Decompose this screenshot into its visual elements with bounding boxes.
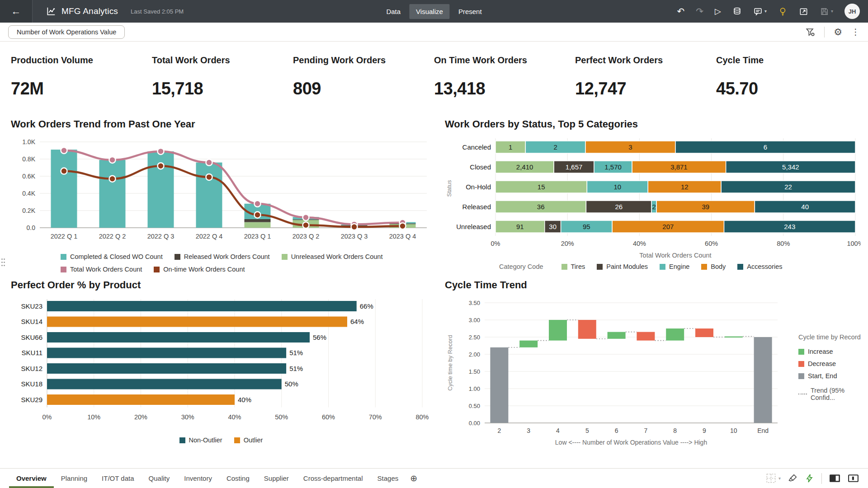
waterfall-bar[interactable]: [608, 332, 626, 339]
filter-pill-work-operations[interactable]: Number of Work Operations Value: [8, 25, 125, 39]
legend-item-trend[interactable]: Trend (95% Confid...: [798, 387, 868, 401]
bar[interactable]: [47, 363, 286, 374]
canvas-tab-quality[interactable]: Quality: [142, 469, 177, 488]
horizontal-bar-plot[interactable]: 0%10%20%30%40%50%60%70%80%SKU2366%SKU146…: [11, 296, 434, 431]
legend-item[interactable]: Increase: [798, 348, 868, 355]
panel-left-button[interactable]: [829, 474, 840, 483]
undo-button[interactable]: ↶: [677, 7, 685, 16]
line-point[interactable]: [206, 160, 212, 166]
line-point[interactable]: [303, 214, 309, 221]
line-point[interactable]: [351, 224, 358, 230]
bar[interactable]: [47, 348, 286, 358]
filter-settings-button[interactable]: [805, 27, 815, 37]
chart-perfect-order-pct[interactable]: Perfect Order % by Product 0%10%20%30%40…: [0, 273, 434, 452]
line-point[interactable]: [400, 223, 406, 229]
kpi-total-work-orders[interactable]: Total Work Orders 15,718: [152, 55, 293, 99]
line-point[interactable]: [303, 222, 309, 228]
comments-button[interactable]: ▾: [753, 7, 767, 16]
add-canvas-button[interactable]: ⊕: [410, 473, 417, 483]
waterfall-bar[interactable]: [754, 337, 772, 423]
canvas-tab-inventory[interactable]: Inventory: [177, 469, 219, 488]
style-brush-button[interactable]: [788, 474, 797, 483]
refresh-data-button[interactable]: [732, 7, 742, 16]
chart-work-orders-by-status[interactable]: Work Orders by Status, Top 5 Categories …: [434, 112, 868, 273]
tab-present[interactable]: Present: [452, 4, 489, 19]
kpi-perfect-work-orders[interactable]: Perfect Work Orders 12,747: [575, 55, 716, 99]
bar[interactable]: [47, 379, 282, 389]
user-avatar[interactable]: JH: [844, 4, 860, 19]
bar[interactable]: [47, 394, 235, 405]
waterfall-bar[interactable]: [490, 347, 508, 423]
legend-item[interactable]: Start, End: [798, 372, 868, 380]
bar-segment[interactable]: [51, 150, 77, 228]
line-point[interactable]: [255, 212, 261, 218]
legend-item[interactable]: Tires: [561, 263, 585, 270]
legend-item[interactable]: Decrease: [798, 360, 868, 367]
line-point[interactable]: [109, 176, 116, 182]
waterfall-bar[interactable]: [666, 328, 684, 341]
legend-item[interactable]: On-time Work Orders Count: [154, 266, 245, 273]
tab-data[interactable]: Data: [379, 4, 407, 19]
legend-item[interactable]: Unreleased Work Orders Count: [282, 253, 383, 260]
legend-item[interactable]: Total Work Orders Count: [61, 266, 142, 273]
kpi-pending-work-orders[interactable]: Pending Work Orders 809: [293, 55, 434, 99]
bar-segment[interactable]: [245, 222, 271, 228]
canvas-tab-cross-departmental[interactable]: Cross-departmental: [296, 469, 370, 488]
chart-work-orders-trend[interactable]: Work Orders Trend from Past One Year 0.0…: [0, 112, 434, 273]
bar[interactable]: [47, 332, 310, 343]
waterfall-bar[interactable]: [637, 332, 655, 341]
stacked-bar-plot[interactable]: 0%20%40%60%80%100%Total Work Orders Coun…: [445, 135, 868, 258]
bar-segment[interactable]: [196, 163, 222, 228]
kpi-on-time-work-orders[interactable]: On Time Work Orders 13,418: [434, 55, 575, 99]
save-button[interactable]: ▾: [820, 7, 833, 16]
kpi-cycle-time[interactable]: Cycle Time 45.70: [716, 55, 857, 99]
bar-segment[interactable]: [245, 219, 271, 222]
panel-drag-handle[interactable]: [1, 258, 6, 270]
line-point[interactable]: [206, 174, 212, 180]
combo-chart-plot[interactable]: 0.00.2K0.4K0.6K0.8K1.0K2022 Q 12022 Q 22…: [11, 135, 434, 248]
database-refresh-icon: [732, 7, 742, 16]
canvas-tab-costing[interactable]: Costing: [219, 469, 257, 488]
waterfall-bar[interactable]: [725, 336, 743, 338]
legend-item[interactable]: Accessories: [737, 263, 782, 270]
legend-item[interactable]: Engine: [660, 263, 689, 270]
line-point[interactable]: [61, 168, 67, 174]
legend-item[interactable]: Completed & Closed WO Count: [61, 253, 163, 260]
canvas-tab-stages[interactable]: Stages: [370, 469, 406, 488]
line-point[interactable]: [158, 163, 164, 169]
bar[interactable]: [47, 301, 357, 311]
canvas-tab-planning[interactable]: Planning: [54, 469, 94, 488]
legend-item[interactable]: Outlier: [234, 436, 263, 444]
insights-button[interactable]: [778, 7, 788, 16]
canvas-tab-itot-data[interactable]: IT/OT data: [94, 469, 141, 488]
back-button[interactable]: ←: [0, 0, 33, 23]
bar-segment[interactable]: [99, 160, 126, 228]
waterfall-bar[interactable]: [578, 320, 596, 339]
kpi-production-volume[interactable]: Production Volume 72M: [11, 55, 152, 99]
canvas-settings-button[interactable]: ⚙: [834, 27, 842, 37]
canvas-layout-button[interactable]: ▾: [766, 473, 781, 483]
legend-item[interactable]: Released Work Orders Count: [175, 253, 270, 260]
more-options-button[interactable]: ⋮: [851, 28, 860, 36]
auto-insights-button[interactable]: [805, 474, 814, 483]
canvas-tab-overview[interactable]: Overview: [9, 469, 54, 488]
panel-split-button[interactable]: [848, 474, 859, 483]
legend-item[interactable]: Paint Modules: [597, 263, 648, 270]
line-point[interactable]: [109, 157, 116, 163]
line-point[interactable]: [255, 201, 261, 207]
legend-item[interactable]: Body: [701, 263, 726, 270]
waterfall-plot[interactable]: 0.000.501.001.502.002.503.003.50Cycle ti…: [445, 296, 788, 452]
bar[interactable]: [47, 317, 347, 327]
waterfall-bar[interactable]: [549, 320, 567, 341]
canvas-tab-supplier[interactable]: Supplier: [257, 469, 296, 488]
waterfall-bar[interactable]: [519, 341, 538, 347]
waterfall-bar[interactable]: [695, 328, 713, 337]
legend-item[interactable]: Non-Outlier: [179, 436, 222, 444]
tab-visualize[interactable]: Visualize: [409, 4, 450, 19]
preview-button[interactable]: ▷: [715, 7, 721, 15]
export-button[interactable]: [799, 7, 808, 16]
redo-button[interactable]: ↷: [696, 7, 703, 16]
line-point[interactable]: [61, 147, 67, 154]
line-point[interactable]: [158, 148, 164, 155]
chart-cycle-time-trend[interactable]: Cycle Time Trend 0.000.501.001.502.002.5…: [434, 273, 868, 452]
